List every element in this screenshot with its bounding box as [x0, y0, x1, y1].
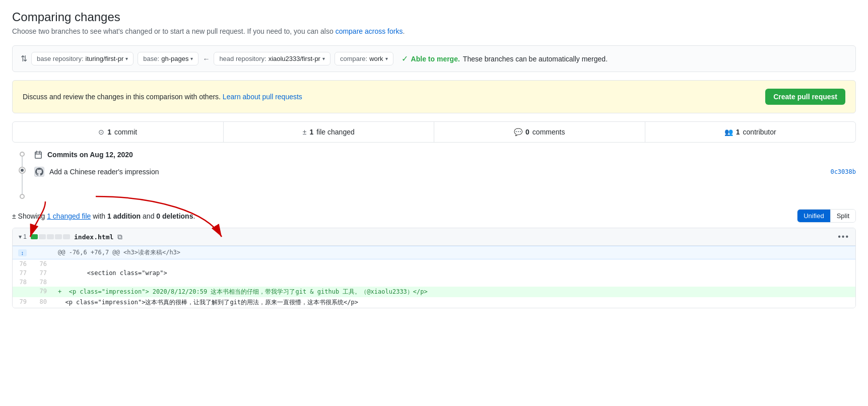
page-subtitle: Choose two branches to see what's change… — [12, 27, 856, 35]
direction-arrow-icon: ← — [203, 55, 210, 63]
showing-text: ± Showing 1 changed file with 1 addition… — [12, 212, 195, 220]
diff-header-row: ± Showing 1 changed file with 1 addition… — [12, 209, 856, 223]
diff-bar-neutral-3 — [55, 234, 62, 239]
comments-icon: 💬 — [514, 128, 522, 136]
commits-date: Commits on Aug 12, 2020 — [47, 151, 133, 159]
head-repo-chevron: ▾ — [322, 56, 325, 61]
learn-pr-link[interactable]: Learn about pull requests — [223, 93, 302, 101]
collapse-button[interactable]: ▾ 1 — [19, 233, 27, 240]
stats-row: ⊙ 1 commit ± 1 file changed 💬 0 comments… — [12, 121, 856, 143]
diff-bar-neutral-4 — [63, 234, 70, 239]
contributors-count: 1 — [736, 128, 740, 136]
stat-comments: 💬 0 comments — [434, 122, 645, 142]
commits-date-header: Commits on Aug 12, 2020 — [34, 151, 856, 159]
commit-row: Add a Chinese reader's impression 0c3038… — [34, 163, 856, 181]
commits-count: 1 — [107, 128, 111, 136]
base-repo-value: ituring/first-pr — [86, 55, 124, 62]
diff-line-77: 77 77 <section class="wrap"> — [13, 268, 855, 278]
file-diff: ▾ 1 index.html ⧉ ••• ↕ — [12, 228, 856, 308]
diff-line-79-add: 79 + <p class="impression"> 2020/8/12/20… — [13, 287, 855, 297]
diff-bar — [31, 234, 70, 239]
commits-icon: ⊙ — [98, 128, 104, 136]
old-line-79-add — [13, 287, 33, 297]
new-line-77: 77 — [33, 268, 53, 278]
compare-branch-label: compare: — [340, 55, 367, 62]
base-branch-button[interactable]: base: gh-pages ▾ — [138, 52, 198, 65]
view-toggle: Unified Split — [797, 209, 856, 223]
base-branch-label: base: — [143, 55, 159, 62]
info-banner: Discuss and review the changes in this c… — [12, 80, 856, 113]
diff-hunk-header: ↕ @@ -76,6 +76,7 @@ <h3>读者来稿</h3> — [13, 246, 855, 259]
old-line-79: 79 — [13, 297, 33, 308]
branch-selector-row: ⇅ base repository: ituring/first-pr ▾ ba… — [12, 45, 856, 72]
timeline-bottom-dot — [20, 194, 25, 199]
old-line-78: 78 — [13, 278, 33, 287]
hunk-expand-button[interactable]: ↕ — [18, 249, 27, 256]
line-content-79-context: <p class="impression">这本书真的很棒，让我了解到了git的… — [53, 297, 855, 308]
merge-status-text: Able to merge. — [411, 55, 460, 63]
line-content-79-add: + <p class="impression"> 2020/8/12/20:59… — [53, 287, 855, 297]
timeline-line-bottom — [22, 174, 23, 194]
commits-content: Commits on Aug 12, 2020 Add a Chinese re… — [34, 151, 856, 181]
line-content-77: <section class="wrap"> — [53, 268, 855, 278]
base-branch-chevron: ▾ — [190, 56, 193, 61]
new-line-76: 76 — [33, 259, 53, 269]
more-options-button[interactable]: ••• — [838, 232, 849, 241]
copy-path-icon[interactable]: ⧉ — [117, 233, 122, 241]
swap-icon: ⇅ — [21, 54, 27, 63]
files-count: 1 — [309, 128, 313, 136]
head-repo-button[interactable]: head repository: xiaolu2333/first-pr ▾ — [214, 52, 330, 65]
merge-check-icon: ✓ — [402, 54, 408, 63]
diff-line-78: 78 78 — [13, 278, 855, 287]
deletions-text: 0 deletions — [156, 212, 193, 220]
base-repo-label: base repository: — [37, 55, 84, 62]
banner-text: Discuss and review the changes in this c… — [23, 93, 302, 101]
diff-bar-addition — [31, 234, 38, 239]
timeline-line-top — [22, 157, 23, 167]
split-view-button[interactable]: Split — [831, 210, 855, 222]
comments-count: 0 — [525, 128, 529, 136]
diff-line-76: 76 76 — [13, 259, 855, 269]
contributors-icon: 👥 — [724, 128, 733, 136]
commits-section: Commits on Aug 12, 2020 Add a Chinese re… — [12, 151, 856, 199]
compare-branch-value: work — [369, 55, 383, 62]
changed-file-link[interactable]: 1 changed file — [47, 212, 91, 220]
head-repo-value: xiaolu2333/first-pr — [269, 55, 320, 62]
stat-files: ± 1 file changed — [224, 122, 435, 142]
diff-table: ↕ @@ -76,6 +76,7 @@ <h3>读者来稿</h3> 76 76 … — [13, 246, 855, 308]
commits-label: commit — [114, 128, 137, 136]
file-name: index.html — [74, 233, 113, 241]
base-branch-value: gh-pages — [161, 55, 188, 62]
file-diff-header: ▾ 1 index.html ⧉ ••• — [13, 228, 855, 246]
new-line-79-add: 79 — [33, 287, 53, 297]
merge-status: ✓ Able to merge. These branches can be a… — [402, 54, 608, 63]
unified-view-button[interactable]: Unified — [797, 210, 830, 222]
commit-avatar — [34, 167, 44, 177]
commit-sha[interactable]: 0c3038b — [830, 168, 856, 175]
page-title: Comparing changes — [12, 10, 856, 24]
create-pull-request-button[interactable]: Create pull request — [765, 89, 845, 105]
diff-bar-neutral-1 — [39, 234, 46, 239]
timeline-top-dot — [20, 152, 25, 157]
line-content-76 — [53, 259, 855, 269]
additions-text: 1 addition — [107, 212, 141, 220]
head-repo-label: head repository: — [219, 55, 266, 62]
stat-commits: ⊙ 1 commit — [13, 122, 224, 142]
merge-status-detail: These branches can be automatically merg… — [463, 55, 608, 63]
compare-branch-chevron: ▾ — [385, 56, 388, 61]
new-line-80: 80 — [33, 297, 53, 308]
diff-bar-neutral-2 — [47, 234, 54, 239]
compare-forks-link[interactable]: compare across forks — [336, 27, 403, 35]
calendar-icon — [34, 151, 42, 159]
files-icon: ± — [303, 128, 307, 136]
base-repo-button[interactable]: base repository: ituring/first-pr ▾ — [31, 52, 133, 65]
files-label: file changed — [316, 128, 355, 136]
hunk-header-text: @@ -76,6 +76,7 @@ <h3>读者来稿</h3> — [53, 246, 855, 259]
comments-label: comments — [532, 128, 565, 136]
new-line-78: 78 — [33, 278, 53, 287]
stat-contributors: 👥 1 contributor — [645, 122, 856, 142]
line-content-78 — [53, 278, 855, 287]
compare-branch-button[interactable]: compare: work ▾ — [335, 52, 393, 65]
commit-message: Add a Chinese reader's impression — [49, 168, 825, 176]
timeline-commit-icon — [19, 167, 26, 174]
